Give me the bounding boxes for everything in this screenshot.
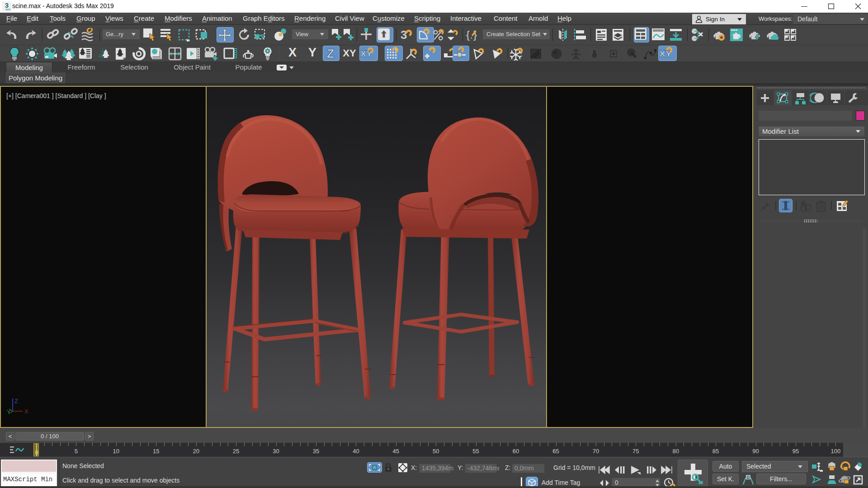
svg-text:Y: Y [7,408,11,415]
svg-text:MAX: MAX [6,8,11,11]
svg-text:3: 3 [401,28,407,42]
svg-text:Z: Z [14,398,18,404]
svg-text:X: X [24,408,28,415]
svg-text:XY: XY [659,48,672,59]
svg-text:XY: XY [360,49,373,59]
svg-text:Z: Z [326,47,334,61]
svg-text:{: { [466,28,470,41]
